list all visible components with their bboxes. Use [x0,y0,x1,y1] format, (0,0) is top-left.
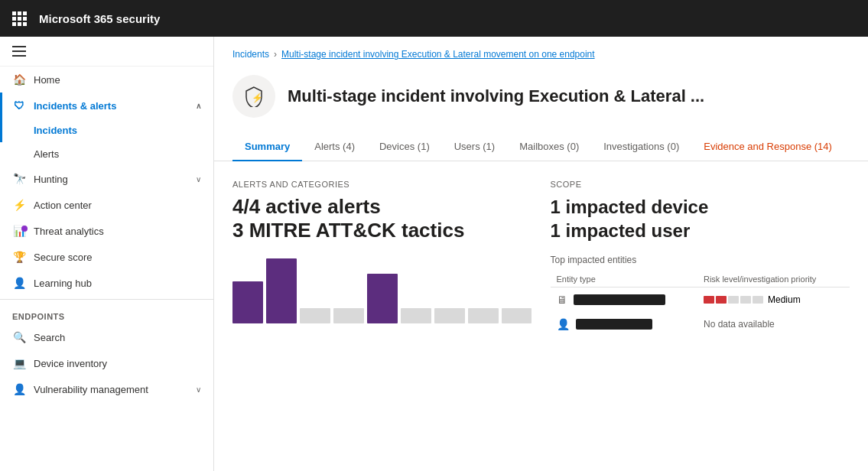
search-icon: 🔍 [12,331,26,343]
breadcrumb-root[interactable]: Incidents [232,49,269,60]
tab-evidence[interactable]: Evidence and Response (14) [691,133,844,161]
breadcrumb-current[interactable]: Multi-stage incident involving Execution… [281,49,595,60]
chart-bar [300,308,330,323]
risk-no-data: No data available [697,312,850,336]
sidebar-item-action-center[interactable]: ⚡ Action center [0,192,213,218]
tab-users[interactable]: Users (1) [442,133,507,161]
sidebar-item-hunting[interactable]: 🔭 Hunting ∨ [0,166,213,192]
hamburger-icon[interactable] [12,46,201,57]
impacted-user-stat: 1 impacted user [551,219,850,242]
risk-bar-medium [704,296,763,304]
chart-bar [502,308,532,323]
chart-bar [367,274,398,323]
table-row: 👤 No data available [551,312,850,336]
entity-type-header: Entity type [551,271,697,287]
chart-bar [333,308,364,323]
sidebar-item-label: Threat analytics [34,226,104,237]
chart-bar [266,258,297,323]
learning-hub-icon: 👤 [12,277,26,289]
risk-seg-5 [753,296,763,304]
svg-text:⚡: ⚡ [252,92,263,103]
endpoints-section-label: Endpoints [0,303,213,324]
sidebar-item-label: Learning hub [34,278,92,289]
risk-label-medium: Medium [768,294,801,305]
sidebar-sub-label: Alerts [34,148,59,160]
sidebar-item-home[interactable]: 🏠 Home [0,67,213,93]
main-content: Incidents › Multi-stage incident involvi… [214,37,868,471]
entity-type-user: 👤 [551,312,697,336]
tab-summary[interactable]: Summary [232,133,302,161]
sidebar-item-label: Action center [34,200,92,211]
risk-seg-2 [716,296,727,304]
sidebar-item-secure-score[interactable]: 🏆 Secure score [0,244,213,270]
hunting-icon: 🔭 [12,173,26,185]
sidebar-item-label: Search [34,332,65,343]
entity-table: Entity type Risk level/investigation pri… [551,271,850,336]
sidebar-item-label: Secure score [34,252,93,263]
divider [0,299,213,300]
tab-mailboxes[interactable]: Mailboxes (0) [507,133,591,161]
chevron-up-icon: ∧ [196,102,201,110]
sidebar-item-learning-hub[interactable]: 👤 Learning hub [0,270,213,296]
sidebar-item-device-inventory[interactable]: 💻 Device inventory [0,350,213,376]
home-icon: 🏠 [12,73,26,86]
entity-type-device: 🖥 [551,287,697,313]
topbar: Microsoft 365 security [0,0,868,37]
secure-score-icon: 🏆 [12,251,26,263]
summary-content: Alerts and categories 4/4 active alerts … [214,161,868,355]
no-data-label: No data available [704,319,775,330]
sidebar-item-label: Hunting [34,174,68,185]
mitre-bar-chart [232,255,532,323]
sidebar-item-vulnerability-management[interactable]: 👤 Vulnerability management ∨ [0,376,213,402]
device-inventory-icon: 💻 [12,357,26,369]
sidebar-item-label: Home [34,74,60,86]
risk-seg-1 [704,296,714,304]
device-icon: 🖥 [557,294,567,306]
risk-level-header: Risk level/investigation priority [697,271,850,287]
chart-bar [434,308,465,323]
sidebar-item-label: Vulnerability management [34,384,148,395]
scope-section: Scope 1 impacted device 1 impacted user … [551,180,850,336]
chart-bar [401,308,431,323]
sidebar-top [0,37,213,67]
shield-icon: 🛡 [12,99,26,112]
risk-medium: Medium [697,287,850,313]
app-title: Microsoft 365 security [39,12,160,25]
sidebar-item-threat-analytics[interactable]: 📊 Threat analytics [0,218,213,244]
incident-icon-container: ⚡ [232,75,275,118]
sidebar-sub-label: Incidents [34,125,77,136]
top-entities-title: Top impacted entities [551,255,850,265]
sidebar: 🏠 Home 🛡 Incidents & alerts ∧ Incidents … [0,37,214,471]
breadcrumb: Incidents › Multi-stage incident involvi… [214,37,868,66]
vulnerability-icon: 👤 [12,383,26,395]
scope-title: Scope [551,180,850,189]
tab-alerts[interactable]: Alerts (4) [302,133,367,161]
chevron-down-icon: ∨ [196,175,201,184]
sidebar-item-alerts[interactable]: Alerts [0,142,213,166]
risk-seg-3 [728,296,739,304]
device-name-redacted [574,294,665,305]
sidebar-item-search[interactable]: 🔍 Search [0,324,213,350]
sidebar-item-label: Device inventory [34,358,107,369]
alerts-categories-section: Alerts and categories 4/4 active alerts … [232,180,532,336]
action-center-icon: ⚡ [12,199,26,211]
mitre-tactics-stat: 3 MITRE ATT&CK tactics [232,219,532,242]
sidebar-item-label: Incidents & alerts [34,100,116,112]
breadcrumb-separator: › [274,49,277,60]
sidebar-item-incidents-alerts[interactable]: 🛡 Incidents & alerts ∧ [0,93,213,119]
sidebar-item-incidents[interactable]: Incidents [0,119,213,142]
chart-bar [232,281,263,323]
tabs-bar: Summary Alerts (4) Devices (1) Users (1)… [214,133,868,161]
tab-devices[interactable]: Devices (1) [367,133,442,161]
active-alerts-stat: 4/4 active alerts [232,195,532,219]
apps-grid-icon[interactable] [12,11,27,26]
shield-alert-icon: ⚡ [243,86,265,107]
alerts-section-title: Alerts and categories [232,180,532,189]
chevron-down-icon: ∨ [196,385,201,394]
impacted-device-stat: 1 impacted device [551,195,850,219]
table-row: 🖥 [551,287,850,313]
tab-investigations[interactable]: Investigations (0) [591,133,691,161]
risk-seg-4 [740,296,751,304]
user-icon: 👤 [557,318,570,330]
incident-header: ⚡ Multi-stage incident involving Executi… [214,66,868,133]
